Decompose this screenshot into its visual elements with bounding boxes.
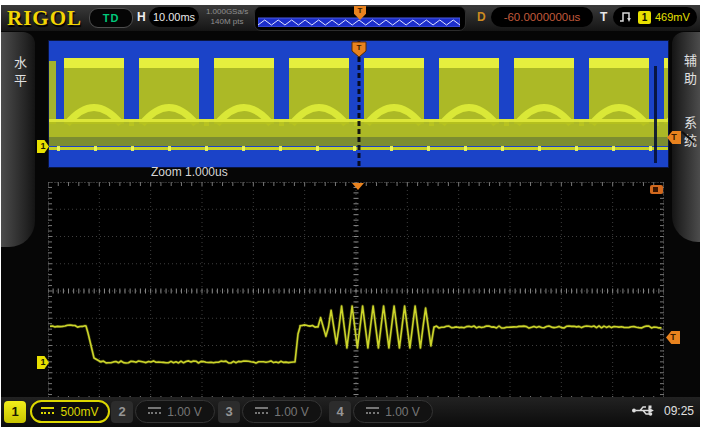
memory-depth: 140M pts: [201, 17, 253, 27]
channel-2-scale[interactable]: 1.00 V: [135, 400, 215, 423]
trigger-info-box[interactable]: 1 469mV: [613, 7, 697, 27]
zoom-region-marker: [650, 185, 663, 194]
main-waveform: T: [49, 41, 668, 167]
dc-coupling-icon: [366, 407, 379, 417]
trigger-label: T: [600, 10, 607, 24]
acquisition-status-badge: TD: [89, 8, 133, 28]
channel-3-badge[interactable]: 3: [218, 401, 240, 423]
tab-utility-label[interactable]: 辅助: [680, 54, 699, 90]
dc-coupling-icon: [148, 407, 161, 417]
status-bar: RIGOL TD H 10.00ms 1.000GSa/s 140M pts T…: [1, 5, 700, 31]
scope-screen: RIGOL TD H 10.00ms 1.000GSa/s 140M pts T…: [1, 5, 700, 427]
timebase-value[interactable]: 10.00ms: [149, 7, 199, 27]
clock: 09:25: [664, 404, 694, 418]
horizontal-label: H: [137, 10, 146, 24]
dc-coupling-icon: [255, 407, 268, 417]
channel-4-scale[interactable]: 1.00 V: [353, 400, 433, 423]
channel-3-scale[interactable]: 1.00 V: [242, 400, 322, 423]
main-waveform-window: T: [48, 40, 669, 168]
oscilloscope-screenshot: RIGOL TD H 10.00ms 1.000GSa/s 140M pts T…: [0, 0, 704, 430]
channel-2-badge[interactable]: 2: [111, 401, 133, 423]
channel-2-scale-value: 1.00 V: [167, 405, 202, 419]
channel-4-scale-value: 1.00 V: [385, 405, 420, 419]
sample-rate-info: 1.000GSa/s 140M pts: [201, 7, 253, 27]
svg-text:T: T: [357, 43, 362, 52]
trigger-slope-icon: [619, 10, 634, 24]
channel-1-badge[interactable]: 1: [4, 401, 26, 423]
trigger-level-marker-zoom[interactable]: T: [666, 331, 680, 344]
zoom-waveform: [48, 182, 664, 400]
sample-rate: 1.000GSa/s: [201, 7, 253, 17]
channel-1-scale-value: 500mV: [60, 405, 98, 419]
channel-4-badge[interactable]: 4: [329, 401, 351, 423]
trigger-level-marker-main[interactable]: T: [667, 131, 681, 144]
tab-horizontal-menu[interactable]: 水平: [1, 32, 35, 247]
channel-bar: 1 500mV 2 1.00 V 3 1.00 V: [1, 397, 700, 427]
zoom-timebase-label: Zoom 1.000us: [151, 165, 228, 179]
trigger-level-value: 469mV: [655, 11, 690, 23]
tab-horizontal-label: 水平: [10, 56, 29, 92]
trigger-source-badge: 1: [638, 11, 651, 24]
delay-label: D: [477, 10, 486, 24]
channel-1-scale[interactable]: 500mV: [30, 400, 110, 423]
brand-logo: RIGOL: [7, 6, 82, 31]
dc-coupling-icon: [41, 407, 54, 417]
waveform-preview-bar[interactable]: T: [254, 6, 466, 31]
delay-value[interactable]: -60.0000000us: [491, 7, 593, 27]
usb-icon: [631, 404, 655, 417]
zoom-waveform-window: [48, 182, 664, 400]
channel-3-scale-value: 1.00 V: [274, 405, 309, 419]
